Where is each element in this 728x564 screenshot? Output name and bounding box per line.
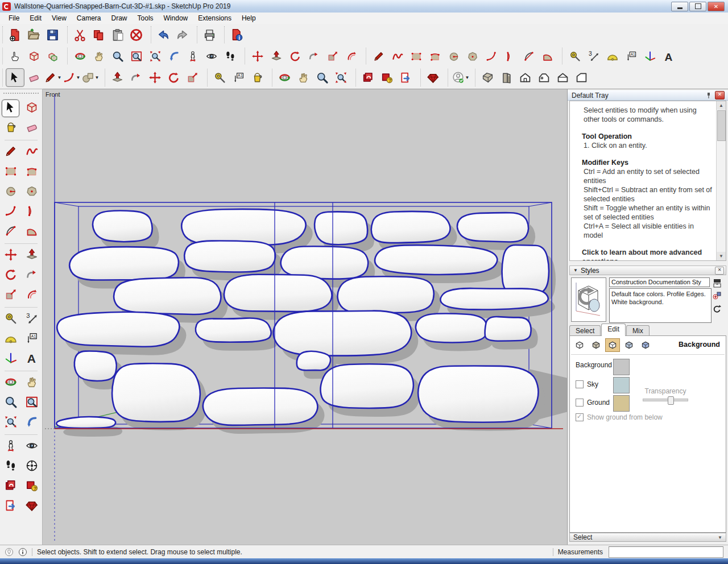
stone[interactable] bbox=[485, 317, 531, 341]
dimension-button[interactable]: 3 bbox=[584, 47, 603, 65]
view-back-button[interactable] bbox=[553, 68, 572, 87]
push-pull-button[interactable] bbox=[23, 247, 40, 264]
push-pull-button[interactable] bbox=[267, 47, 286, 65]
rectangle-button[interactable] bbox=[2, 163, 19, 181]
style-description-field[interactable]: Default face colors. Profile Edges. Whit… bbox=[609, 288, 712, 323]
dropdown-arrow-icon[interactable]: ▼ bbox=[76, 75, 81, 80]
tab-select[interactable]: Select bbox=[569, 325, 601, 336]
style-name-field[interactable]: Construction Documentation Sty bbox=[609, 277, 710, 287]
tray-close-button[interactable]: ✕ bbox=[715, 91, 725, 99]
protractor-button[interactable] bbox=[2, 330, 19, 348]
view-top-button[interactable] bbox=[497, 68, 516, 87]
menu-item-extensions[interactable]: Extensions bbox=[193, 13, 237, 23]
line-button[interactable] bbox=[2, 143, 19, 161]
three-d-text-button[interactable]: A bbox=[659, 47, 678, 65]
wh-model-button[interactable] bbox=[359, 68, 378, 87]
stone[interactable] bbox=[56, 417, 115, 428]
stone[interactable] bbox=[57, 312, 179, 347]
text-button[interactable]: A1 bbox=[622, 47, 640, 65]
follow-me-button[interactable] bbox=[23, 267, 40, 284]
close-button[interactable]: ✕ bbox=[708, 2, 725, 11]
model-info-button[interactable]: i bbox=[228, 26, 246, 44]
line-button[interactable] bbox=[369, 47, 388, 65]
stone[interactable] bbox=[69, 247, 179, 280]
menu-item-edit[interactable]: Edit bbox=[24, 13, 47, 23]
freehand-button[interactable] bbox=[388, 47, 407, 65]
rotate-button[interactable] bbox=[2, 267, 19, 284]
minimize-button[interactable] bbox=[671, 2, 688, 11]
maximize-button[interactable] bbox=[689, 2, 706, 11]
stone[interactable] bbox=[375, 245, 497, 275]
eraser-tool-button[interactable] bbox=[23, 119, 40, 137]
scroll-up-icon[interactable]: ▲ bbox=[717, 101, 726, 110]
protractor-button[interactable] bbox=[603, 47, 622, 65]
undo-button[interactable] bbox=[154, 26, 173, 44]
info-icon[interactable] bbox=[18, 548, 27, 557]
look-around-button[interactable] bbox=[202, 47, 221, 65]
erase-button[interactable] bbox=[127, 26, 146, 44]
style-thumbnail[interactable] bbox=[571, 277, 606, 322]
view-left-button[interactable] bbox=[572, 68, 591, 87]
follow-me-button[interactable] bbox=[304, 47, 323, 65]
make-component-button[interactable] bbox=[23, 99, 40, 117]
move-button[interactable] bbox=[2, 247, 19, 264]
pie-button[interactable] bbox=[23, 203, 40, 221]
section-plane-button[interactable] bbox=[23, 458, 40, 475]
stone[interactable] bbox=[315, 212, 367, 244]
styles-close-button[interactable]: ✕ bbox=[715, 267, 724, 275]
arc-button[interactable] bbox=[2, 203, 19, 221]
toolbar-drag-handle[interactable] bbox=[3, 93, 39, 98]
sky-checkbox[interactable] bbox=[576, 380, 584, 388]
transparency-slider[interactable] bbox=[643, 399, 688, 401]
freehand-button[interactable] bbox=[23, 143, 40, 161]
follow-me-button[interactable] bbox=[127, 68, 146, 87]
stone[interactable] bbox=[224, 275, 332, 312]
stone[interactable] bbox=[203, 388, 318, 425]
offset-button[interactable] bbox=[23, 287, 40, 304]
menu-item-window[interactable]: Window bbox=[159, 13, 193, 23]
look-around-button[interactable] bbox=[23, 438, 40, 455]
sky-color-swatch[interactable] bbox=[613, 377, 630, 393]
scale-button[interactable] bbox=[183, 68, 202, 87]
windows-taskbar[interactable] bbox=[0, 558, 728, 564]
tape-measure-button[interactable] bbox=[210, 68, 229, 87]
secondary-pane-icon[interactable] bbox=[712, 277, 723, 289]
zoom-window-button[interactable] bbox=[127, 47, 146, 65]
move-button[interactable] bbox=[146, 68, 164, 87]
make-component-button[interactable] bbox=[24, 47, 43, 65]
new-file-button[interactable] bbox=[6, 26, 24, 44]
ground-checkbox[interactable] bbox=[576, 399, 584, 407]
view-front-button[interactable] bbox=[516, 68, 535, 87]
open-button[interactable] bbox=[24, 26, 43, 44]
arc-button[interactable]: ▼ bbox=[62, 68, 81, 87]
tab-edit[interactable]: Edit bbox=[601, 324, 626, 336]
menu-item-help[interactable]: Help bbox=[237, 13, 261, 23]
menu-item-file[interactable]: File bbox=[3, 13, 24, 23]
arc-button[interactable] bbox=[482, 47, 500, 65]
geolocation-icon[interactable] bbox=[4, 548, 14, 557]
tab-mix[interactable]: Mix bbox=[626, 325, 650, 336]
three-point-arc-button[interactable] bbox=[538, 47, 557, 65]
stone[interactable] bbox=[281, 246, 369, 279]
stone[interactable] bbox=[75, 351, 117, 380]
circle-button[interactable] bbox=[2, 183, 19, 201]
ground-color-swatch[interactable] bbox=[613, 395, 630, 412]
position-camera-button[interactable] bbox=[2, 438, 19, 455]
hand-point-button[interactable] bbox=[6, 47, 24, 65]
previous-view-button[interactable] bbox=[23, 414, 40, 432]
slider-thumb[interactable] bbox=[668, 396, 674, 405]
position-camera-button[interactable] bbox=[183, 47, 202, 65]
zoom-window-button[interactable] bbox=[23, 394, 40, 412]
stone[interactable] bbox=[337, 276, 433, 313]
dimension-button[interactable]: 3 bbox=[23, 310, 40, 328]
scale-button[interactable] bbox=[323, 47, 342, 65]
stone[interactable] bbox=[297, 351, 330, 370]
circle-button[interactable] bbox=[444, 47, 463, 65]
stone[interactable] bbox=[416, 314, 487, 343]
extension-warehouse-button[interactable] bbox=[424, 68, 442, 87]
stone[interactable] bbox=[457, 213, 528, 242]
wh-share-button[interactable] bbox=[2, 497, 19, 515]
stone[interactable] bbox=[181, 209, 306, 246]
scrollbar-thumb[interactable] bbox=[717, 110, 726, 141]
axes-button[interactable] bbox=[640, 47, 659, 65]
